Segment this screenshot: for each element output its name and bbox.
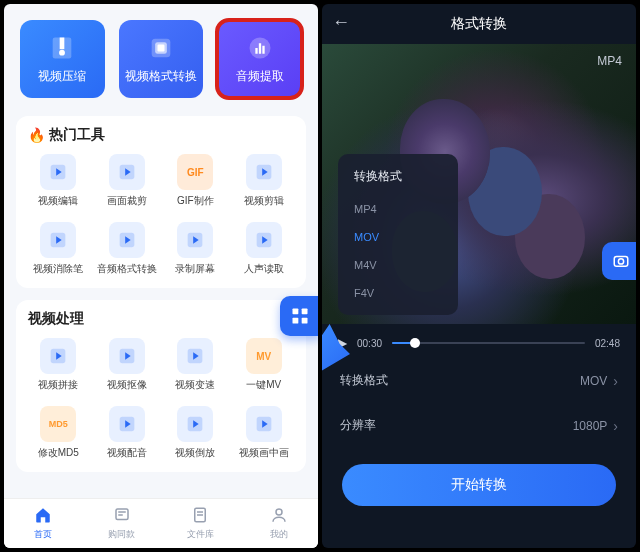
option-value: 1080P › [573,418,618,434]
tool-item[interactable]: 视频画中画 [230,402,299,466]
chevron-right-icon: › [613,418,618,434]
back-button[interactable]: ← [332,12,350,33]
tab-2[interactable]: 文件库 [161,499,240,548]
format-option[interactable]: M4V [338,251,458,279]
compress-icon [48,34,76,62]
tool-item[interactable]: 视频消除笔 [24,218,93,282]
time-current: 00:30 [357,338,382,349]
format-option[interactable]: MOV [338,223,458,251]
tool-item[interactable]: 视频变速 [161,334,230,398]
svg-rect-5 [158,44,165,51]
tool-icon: GIF [177,154,213,190]
tool-item[interactable]: 录制屏幕 [161,218,230,282]
grid-icon [290,306,310,326]
tool-icon [109,406,145,442]
tab-3[interactable]: 我的 [240,499,319,548]
tool-item[interactable]: 视频抠像 [93,334,162,398]
hero-video-format[interactable]: 视频格式转换 [119,20,204,98]
tool-label: 视频变速 [175,378,215,392]
format-option[interactable]: MP4 [338,195,458,223]
tool-item[interactable]: 视频配音 [93,402,162,466]
tool-item[interactable]: 人声读取 [230,218,299,282]
hero-video-compress[interactable]: 视频压缩 [20,20,105,98]
tool-icon [40,338,76,374]
format-icon [147,34,175,62]
tab-label: 购同款 [108,528,135,541]
flame-icon: 🔥 [28,127,45,143]
tool-label: 视频抠像 [107,378,147,392]
svg-point-30 [276,509,282,515]
page-title: 格式转换 [451,15,507,33]
format-option[interactable]: F4V [338,279,458,307]
convert-button[interactable]: 开始转换 [342,464,616,506]
time-total: 02:48 [595,338,620,349]
tool-icon [177,222,213,258]
section-title: 🔥 热门工具 [24,126,298,150]
tool-item[interactable]: GIFGIF制作 [161,150,230,214]
player-bar: ▶ 00:30 02:48 [322,324,636,358]
tool-label: 视频画中画 [239,446,289,460]
svg-rect-25 [118,511,126,513]
tool-item[interactable]: 视频编辑 [24,150,93,214]
svg-rect-31 [614,257,628,267]
seek-track[interactable] [392,342,585,344]
tool-grid: 视频拼接视频抠像视频变速MV一键MVMD5修改MD5视频配音视频倒放视频画中画 [24,334,298,466]
hero-audio-extract[interactable]: 音频提取 [217,20,302,98]
tool-item[interactable]: 画面裁剪 [93,150,162,214]
tool-label: 视频消除笔 [33,262,83,276]
svg-rect-20 [293,309,299,315]
tab-icon [34,506,52,526]
option-row[interactable]: 分辨率1080P › [322,403,636,448]
tab-label: 首页 [34,528,52,541]
tool-label: 视频倒放 [175,446,215,460]
topbar: ← 格式转换 [322,4,636,44]
svg-rect-23 [302,318,308,324]
tab-icon [270,506,288,526]
hero-row: 视频压缩 视频格式转换 音频提取 [4,4,318,110]
tool-label: 视频拼接 [38,378,78,392]
svg-rect-26 [118,514,123,516]
tool-icon: MD5 [40,406,76,442]
float-menu-button[interactable] [280,296,318,336]
tool-label: 人声读取 [244,262,284,276]
tool-icon [109,154,145,190]
tab-1[interactable]: 购同款 [83,499,162,548]
video-preview[interactable]: MP4 转换格式 MP4MOVM4VF4V [322,44,636,324]
tool-grid: 视频编辑画面裁剪GIFGIF制作视频剪辑视频消除笔音频格式转换录制屏幕人声读取 [24,150,298,282]
tool-icon [40,154,76,190]
camera-button[interactable] [602,242,636,280]
option-row[interactable]: 转换格式MOV › [322,358,636,403]
tool-label: 音频格式转换 [97,262,157,276]
tool-label: 视频编辑 [38,194,78,208]
option-value: MOV › [580,373,618,389]
tool-icon [177,338,213,374]
hero-label: 视频压缩 [38,68,86,85]
tool-item[interactable]: MD5修改MD5 [24,402,93,466]
camera-icon [612,252,630,270]
phone-right: ← 格式转换 MP4 转换格式 MP4MOVM4VF4V ▶ 00:30 02:… [322,4,636,548]
tool-label: 一键MV [246,378,281,392]
tool-item[interactable]: 视频倒放 [161,402,230,466]
tool-item[interactable]: 视频拼接 [24,334,93,398]
format-badge: MP4 [597,54,622,68]
format-panel: 转换格式 MP4MOVM4VF4V [338,154,458,315]
hero-label: 音频提取 [236,68,284,85]
tool-label: GIF制作 [177,194,214,208]
tab-icon [113,506,131,526]
tab-label: 我的 [270,528,288,541]
svg-rect-1 [60,37,65,49]
tool-label: 录制屏幕 [175,262,215,276]
tool-item[interactable]: 音频格式转换 [93,218,162,282]
tool-icon: MV [246,338,282,374]
tool-icon [246,406,282,442]
tab-0[interactable]: 首页 [4,499,83,548]
tool-icon [40,222,76,258]
section-video-proc: 视频处理 视频拼接视频抠像视频变速MV一键MVMD5修改MD5视频配音视频倒放视… [16,300,306,472]
tool-icon [246,154,282,190]
tool-item[interactable]: MV一键MV [230,334,299,398]
tool-label: 画面裁剪 [107,194,147,208]
svg-rect-22 [293,318,299,324]
audio-icon [246,34,274,62]
tool-item[interactable]: 视频剪辑 [230,150,299,214]
svg-rect-21 [302,309,308,315]
